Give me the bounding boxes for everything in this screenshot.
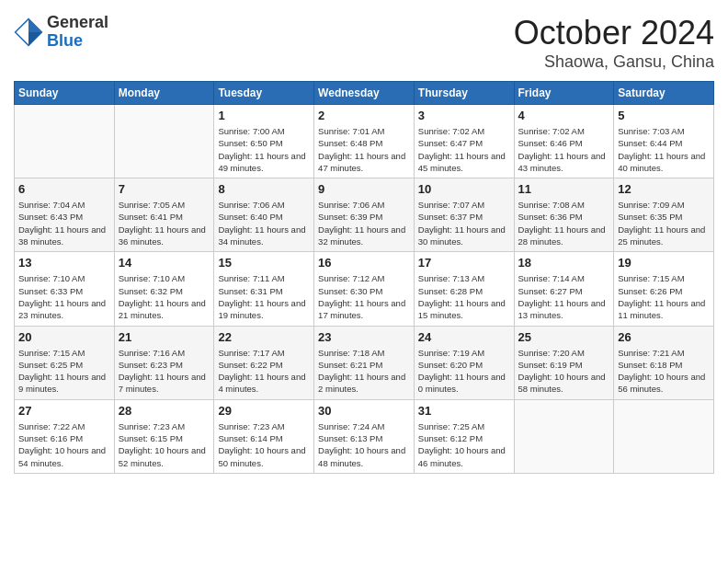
- day-info: Sunrise: 7:04 AM Sunset: 6:43 PM Dayligh…: [18, 199, 110, 247]
- day-info: Sunrise: 7:02 AM Sunset: 6:46 PM Dayligh…: [518, 125, 610, 174]
- calendar-cell: [15, 105, 115, 178]
- day-info: Sunrise: 7:01 AM Sunset: 6:48 PM Dayligh…: [318, 125, 410, 174]
- calendar-cell: 17Sunrise: 7:13 AM Sunset: 6:28 PM Dayli…: [414, 252, 514, 326]
- calendar-cell: 24Sunrise: 7:19 AM Sunset: 6:20 PM Dayli…: [414, 326, 514, 399]
- calendar-cell: 1Sunrise: 7:00 AM Sunset: 6:50 PM Daylig…: [214, 105, 314, 178]
- location-title: Shaowa, Gansu, China: [514, 52, 714, 72]
- calendar-cell: 25Sunrise: 7:20 AM Sunset: 6:19 PM Dayli…: [514, 326, 614, 399]
- day-number: 16: [318, 256, 410, 270]
- day-number: 15: [218, 256, 310, 270]
- day-info: Sunrise: 7:23 AM Sunset: 6:14 PM Dayligh…: [218, 420, 310, 469]
- calendar-cell: 30Sunrise: 7:24 AM Sunset: 6:13 PM Dayli…: [314, 399, 415, 473]
- day-number: 14: [119, 256, 210, 270]
- calendar-cell: 21Sunrise: 7:16 AM Sunset: 6:23 PM Dayli…: [114, 326, 214, 399]
- day-info: Sunrise: 7:10 AM Sunset: 6:32 PM Dayligh…: [119, 272, 210, 321]
- day-info: Sunrise: 7:12 AM Sunset: 6:30 PM Dayligh…: [318, 272, 410, 321]
- day-number: 3: [418, 109, 510, 122]
- day-number: 17: [418, 256, 510, 270]
- day-number: 12: [618, 182, 710, 196]
- day-number: 19: [618, 256, 710, 270]
- day-info: Sunrise: 7:14 AM Sunset: 6:27 PM Dayligh…: [518, 272, 610, 321]
- day-number: 28: [119, 404, 210, 418]
- title-block: October 2024 Shaowa, Gansu, China: [514, 14, 714, 72]
- day-number: 30: [318, 404, 410, 418]
- calendar-cell: 8Sunrise: 7:06 AM Sunset: 6:40 PM Daylig…: [214, 178, 314, 252]
- calendar-cell: [114, 105, 214, 178]
- day-number: 25: [518, 330, 610, 344]
- logo-blue-text: Blue: [47, 32, 108, 51]
- day-info: Sunrise: 7:00 AM Sunset: 6:50 PM Dayligh…: [218, 125, 310, 174]
- calendar-cell: 6Sunrise: 7:04 AM Sunset: 6:43 PM Daylig…: [15, 178, 115, 252]
- calendar-cell: 9Sunrise: 7:06 AM Sunset: 6:39 PM Daylig…: [314, 178, 415, 252]
- calendar-week-2: 6Sunrise: 7:04 AM Sunset: 6:43 PM Daylig…: [15, 178, 714, 252]
- calendar-cell: 20Sunrise: 7:15 AM Sunset: 6:25 PM Dayli…: [15, 326, 115, 399]
- day-info: Sunrise: 7:06 AM Sunset: 6:40 PM Dayligh…: [218, 199, 310, 247]
- calendar-cell: [614, 399, 714, 473]
- calendar-week-4: 20Sunrise: 7:15 AM Sunset: 6:25 PM Dayli…: [15, 326, 714, 399]
- calendar-cell: 5Sunrise: 7:03 AM Sunset: 6:44 PM Daylig…: [614, 105, 714, 178]
- day-info: Sunrise: 7:07 AM Sunset: 6:37 PM Dayligh…: [418, 199, 510, 247]
- weekday-header-sunday: Sunday: [15, 82, 115, 105]
- day-info: Sunrise: 7:17 AM Sunset: 6:22 PM Dayligh…: [218, 347, 310, 396]
- calendar-cell: 13Sunrise: 7:10 AM Sunset: 6:33 PM Dayli…: [15, 252, 115, 326]
- calendar-cell: 15Sunrise: 7:11 AM Sunset: 6:31 PM Dayli…: [214, 252, 314, 326]
- day-info: Sunrise: 7:20 AM Sunset: 6:19 PM Dayligh…: [518, 347, 610, 396]
- day-number: 24: [418, 330, 510, 344]
- calendar-week-3: 13Sunrise: 7:10 AM Sunset: 6:33 PM Dayli…: [15, 252, 714, 326]
- day-info: Sunrise: 7:22 AM Sunset: 6:16 PM Dayligh…: [18, 420, 110, 469]
- calendar-table: SundayMondayTuesdayWednesdayThursdayFrid…: [14, 81, 714, 474]
- day-info: Sunrise: 7:15 AM Sunset: 6:25 PM Dayligh…: [18, 347, 110, 396]
- logo-general-text: General: [47, 14, 108, 32]
- day-info: Sunrise: 7:03 AM Sunset: 6:44 PM Dayligh…: [618, 125, 710, 174]
- day-info: Sunrise: 7:09 AM Sunset: 6:35 PM Dayligh…: [618, 199, 710, 247]
- weekday-header-monday: Monday: [114, 82, 214, 105]
- calendar-cell: 31Sunrise: 7:25 AM Sunset: 6:12 PM Dayli…: [414, 399, 514, 473]
- calendar-cell: [514, 399, 614, 473]
- day-number: 5: [618, 109, 710, 122]
- day-number: 8: [218, 182, 310, 196]
- calendar-cell: 14Sunrise: 7:10 AM Sunset: 6:32 PM Dayli…: [114, 252, 214, 326]
- page-header: General Blue October 2024 Shaowa, Gansu,…: [14, 14, 714, 72]
- day-info: Sunrise: 7:19 AM Sunset: 6:20 PM Dayligh…: [418, 347, 510, 396]
- logo-icon: [14, 17, 43, 47]
- day-number: 26: [618, 330, 710, 344]
- calendar-cell: 28Sunrise: 7:23 AM Sunset: 6:15 PM Dayli…: [114, 399, 214, 473]
- day-info: Sunrise: 7:06 AM Sunset: 6:39 PM Dayligh…: [318, 199, 410, 247]
- weekday-header-wednesday: Wednesday: [314, 82, 415, 105]
- day-number: 22: [218, 330, 310, 344]
- day-number: 23: [318, 330, 410, 344]
- day-number: 9: [318, 182, 410, 196]
- calendar-week-5: 27Sunrise: 7:22 AM Sunset: 6:16 PM Dayli…: [15, 399, 714, 473]
- day-number: 10: [418, 182, 510, 196]
- day-number: 13: [18, 256, 110, 270]
- calendar-cell: 4Sunrise: 7:02 AM Sunset: 6:46 PM Daylig…: [514, 105, 614, 178]
- day-info: Sunrise: 7:24 AM Sunset: 6:13 PM Dayligh…: [318, 420, 410, 469]
- calendar-cell: 2Sunrise: 7:01 AM Sunset: 6:48 PM Daylig…: [314, 105, 415, 178]
- day-info: Sunrise: 7:13 AM Sunset: 6:28 PM Dayligh…: [418, 272, 510, 321]
- calendar-cell: 10Sunrise: 7:07 AM Sunset: 6:37 PM Dayli…: [414, 178, 514, 252]
- day-number: 11: [518, 182, 610, 196]
- calendar-cell: 16Sunrise: 7:12 AM Sunset: 6:30 PM Dayli…: [314, 252, 415, 326]
- day-info: Sunrise: 7:11 AM Sunset: 6:31 PM Dayligh…: [218, 272, 310, 321]
- calendar-cell: 12Sunrise: 7:09 AM Sunset: 6:35 PM Dayli…: [614, 178, 714, 252]
- day-number: 7: [119, 182, 210, 196]
- day-number: 21: [119, 330, 210, 344]
- day-info: Sunrise: 7:02 AM Sunset: 6:47 PM Dayligh…: [418, 125, 510, 174]
- day-info: Sunrise: 7:18 AM Sunset: 6:21 PM Dayligh…: [318, 347, 410, 396]
- day-info: Sunrise: 7:08 AM Sunset: 6:36 PM Dayligh…: [518, 199, 610, 247]
- day-number: 6: [18, 182, 110, 196]
- day-number: 27: [18, 404, 110, 418]
- calendar-cell: 11Sunrise: 7:08 AM Sunset: 6:36 PM Dayli…: [514, 178, 614, 252]
- weekday-header-saturday: Saturday: [614, 82, 714, 105]
- day-number: 2: [318, 109, 410, 122]
- weekday-header-row: SundayMondayTuesdayWednesdayThursdayFrid…: [15, 82, 714, 105]
- day-info: Sunrise: 7:25 AM Sunset: 6:12 PM Dayligh…: [418, 420, 510, 469]
- calendar-cell: 23Sunrise: 7:18 AM Sunset: 6:21 PM Dayli…: [314, 326, 415, 399]
- day-info: Sunrise: 7:15 AM Sunset: 6:26 PM Dayligh…: [618, 272, 710, 321]
- weekday-header-friday: Friday: [514, 82, 614, 105]
- day-number: 20: [18, 330, 110, 344]
- calendar-cell: 3Sunrise: 7:02 AM Sunset: 6:47 PM Daylig…: [414, 105, 514, 178]
- day-number: 1: [218, 109, 310, 122]
- day-number: 4: [518, 109, 610, 122]
- calendar-cell: 22Sunrise: 7:17 AM Sunset: 6:22 PM Dayli…: [214, 326, 314, 399]
